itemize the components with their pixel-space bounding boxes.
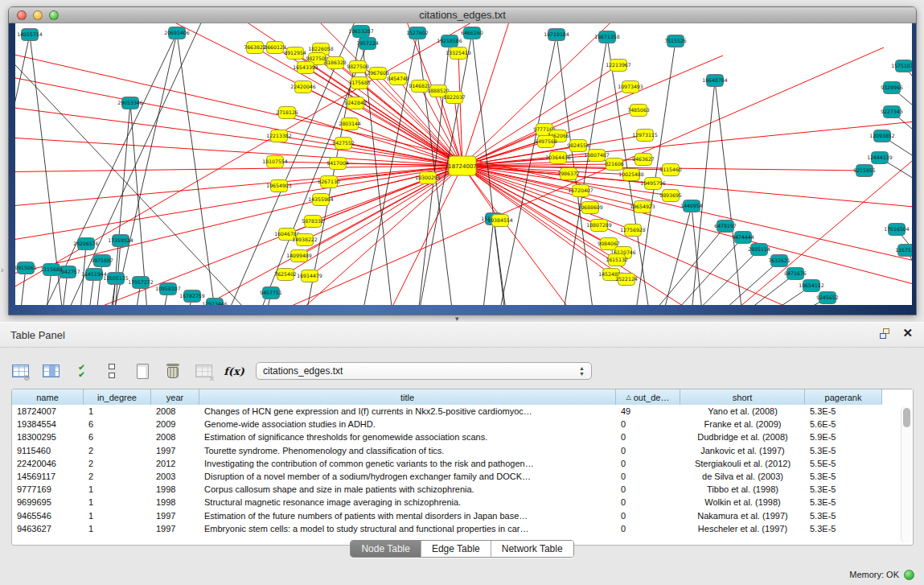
- graph-node[interactable]: 14055714: [17, 29, 43, 41]
- graph-node[interactable]: 8471676: [784, 268, 807, 280]
- graph-node[interactable]: 8267130: [318, 176, 340, 188]
- graph-node[interactable]: 8454749: [387, 73, 409, 85]
- graph-node[interactable]: 821606: [605, 159, 624, 171]
- table-row[interactable]: 1938455462009Genome-wide association stu…: [12, 418, 913, 431]
- graph-node[interactable]: 16914479: [297, 270, 322, 282]
- graph-node[interactable]: 17359924: [108, 235, 133, 247]
- graph-node[interactable]: 17016504: [884, 224, 910, 236]
- graph-node[interactable]: 9245652: [816, 292, 839, 304]
- graph-edge[interactable]: [462, 166, 643, 207]
- graph-edge[interactable]: [715, 80, 743, 305]
- row-height-button[interactable]: [101, 361, 122, 381]
- graph-node[interactable]: 2935114: [748, 244, 770, 256]
- graph-node[interactable]: 2522124: [615, 274, 638, 286]
- splitter-grip-icon[interactable]: ▾: [455, 315, 459, 322]
- graph-node[interactable]: 9975887: [91, 255, 113, 267]
- column-settings-button[interactable]: ⚙: [10, 361, 31, 381]
- tab-node-table[interactable]: Node Table: [351, 541, 421, 557]
- graph-node[interactable]: 18107554: [262, 156, 288, 168]
- column-header-short[interactable]: short: [680, 389, 805, 405]
- delete-rows-button[interactable]: [162, 361, 183, 381]
- graph-edge[interactable]: [647, 249, 759, 305]
- minimize-window-icon[interactable]: [33, 10, 43, 20]
- network-canvas-area[interactable]: 1405571420691406106532871527602646616010…: [15, 23, 912, 305]
- zoom-window-icon[interactable]: [49, 10, 59, 20]
- graph-node[interactable]: 7625402: [274, 269, 297, 281]
- graph-node[interactable]: 6466160: [461, 27, 483, 39]
- graph-node[interactable]: 12973115: [632, 130, 658, 142]
- table-selector-dropdown[interactable]: citations_edges.txt ▲▼: [256, 362, 592, 380]
- graph-node[interactable]: 7663822: [244, 42, 266, 54]
- graph-edge[interactable]: [715, 298, 827, 305]
- float-panel-icon[interactable]: [880, 328, 891, 339]
- graph-node[interactable]: 16782759: [179, 290, 205, 303]
- function-builder-button[interactable]: f(x): [224, 361, 244, 381]
- graph-node[interactable]: 1440954: [680, 200, 703, 212]
- graph-edge[interactable]: [691, 80, 715, 305]
- graph-edge[interactable]: [176, 166, 462, 305]
- graph-node[interactable]: 15751074: [891, 60, 912, 72]
- graph-node[interactable]: 1115688: [40, 264, 63, 276]
- graph-node[interactable]: 1527602: [406, 27, 429, 39]
- graph-node[interactable]: 9227343: [881, 106, 903, 118]
- graph-node[interactable]: 3175685: [348, 77, 371, 89]
- graph-edge[interactable]: [699, 286, 811, 305]
- close-panel-icon[interactable]: ✕: [902, 328, 913, 339]
- graph-node[interactable]: 8660123: [264, 42, 286, 54]
- graph-node[interactable]: 13505135: [103, 273, 129, 285]
- graph-node[interactable]: 7485063: [627, 105, 650, 117]
- window-titlebar[interactable]: citations_edges.txt: [9, 7, 916, 23]
- graph-node[interactable]: 12213967: [606, 60, 631, 72]
- graph-edge[interactable]: [112, 33, 177, 305]
- graph-node[interactable]: 7515526: [664, 35, 687, 47]
- graph-node[interactable]: 7632621: [768, 255, 791, 267]
- graph-edge[interactable]: [15, 166, 462, 281]
- collapse-panel-arrow-icon[interactable]: ›: [1, 266, 3, 274]
- graph-edge[interactable]: [15, 23, 498, 305]
- graph-node[interactable]: 6497568: [535, 136, 557, 148]
- graph-node[interactable]: 19495796: [640, 178, 666, 190]
- graph-node[interactable]: 14355984: [308, 194, 334, 206]
- graph-node[interactable]: 9893695: [659, 190, 682, 202]
- graph-node[interactable]: 9242848: [344, 97, 367, 109]
- graph-edge[interactable]: [482, 219, 494, 305]
- new-table-button[interactable]: [132, 361, 153, 381]
- close-window-icon[interactable]: [17, 10, 27, 20]
- tab-edge-table[interactable]: Edge Table: [421, 541, 491, 557]
- table-row[interactable]: 1872400712008Changes of HCN gene express…: [12, 405, 913, 418]
- graph-edge[interactable]: [64, 23, 208, 305]
- graph-node[interactable]: 7957224: [356, 38, 379, 50]
- column-header-name[interactable]: name: [12, 389, 84, 405]
- graph-node[interactable]: 9915061: [15, 262, 37, 274]
- graph-node[interactable]: 12093852: [869, 130, 895, 142]
- column-header-pagerank[interactable]: pagerank: [805, 389, 882, 405]
- apply-checks-button[interactable]: ✔✔: [71, 361, 92, 381]
- graph-node[interactable]: 12756928: [620, 225, 646, 237]
- graph-node[interactable]: 7986372: [557, 168, 580, 180]
- graph-node[interactable]: 12444139: [867, 152, 893, 164]
- table-row[interactable]: 2242004622012Investigating the contribut…: [12, 457, 913, 470]
- graph-node[interactable]: 9115460: [659, 164, 682, 176]
- graph-node[interactable]: 20206576: [73, 238, 99, 250]
- graph-node[interactable]: 5878332: [302, 216, 324, 228]
- graph-node[interactable]: 10025488: [618, 169, 644, 181]
- select-column-button[interactable]: [40, 361, 61, 381]
- graph-node[interactable]: 10958107: [155, 283, 181, 295]
- graph-node[interactable]: 16671358: [594, 31, 620, 43]
- graph-node[interactable]: 16648784: [702, 75, 728, 87]
- table-row[interactable]: 946362711997Embryonic stem cells: a mode…: [12, 522, 913, 535]
- graph-edge[interactable]: [144, 23, 462, 166]
- graph-edge[interactable]: [613, 226, 725, 305]
- column-header-out-degree[interactable]: △out_de…: [616, 389, 680, 405]
- tab-network-table[interactable]: Network Table: [491, 541, 573, 557]
- column-header-in-degree[interactable]: in_degree: [84, 389, 151, 405]
- graph-node[interactable]: 10654112: [799, 280, 824, 292]
- graph-node[interactable]: 9457751: [260, 287, 282, 299]
- table-row[interactable]: 1830029562008Estimation of significance …: [12, 431, 913, 443]
- table-row[interactable]: 911546021997Tourette syndrome. Phenomeno…: [12, 444, 913, 457]
- graph-edge[interactable]: [15, 166, 462, 245]
- graph-node[interactable]: 9474444: [732, 232, 754, 244]
- graph-node[interactable]: 2718126: [276, 107, 298, 119]
- graph-node[interactable]: 2803144: [339, 118, 361, 130]
- graph-edge[interactable]: [462, 166, 912, 289]
